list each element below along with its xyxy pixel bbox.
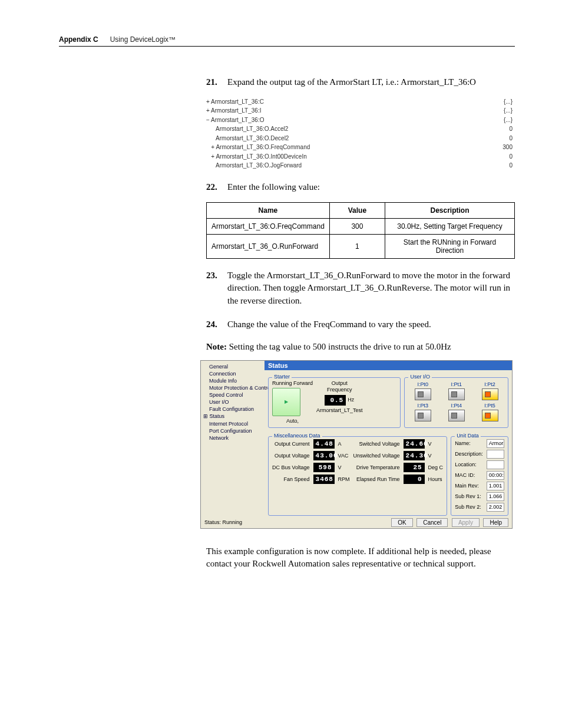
tree-row: + Armorstart_LT_36:C{...} [206,97,515,107]
step-22: 22. Enter the following value: [206,181,515,194]
io-pt: I:Pt3 [411,403,435,421]
step-number: 22. [206,181,227,194]
io-pt: I:Pt1 [444,381,468,400]
status-dialog: General Connection Module Info Motor Pro… [200,360,513,529]
running-label: Running Forward [272,380,313,386]
panel-title: Unit Data [455,433,481,439]
step-text: Expand the output tag of the ArmorStart … [227,76,515,89]
tree-row: Armorstart_LT_36:O.Decel20 [206,134,515,143]
tree-item[interactable]: Speed Control [201,391,265,398]
step-24: 24. Change the value of the FreqCommand … [206,318,515,331]
tag-tree: + Armorstart_LT_36:C{...} + Armorstart_L… [206,97,515,170]
io-icon [415,388,431,400]
panel-title: User I/O [408,374,432,380]
tree-item[interactable]: Fault Configuration [201,406,265,413]
unit-data-panel: Unit Data Name:ArmorStart 294E 1.0 Descr… [451,436,508,516]
ok-button[interactable]: OK [391,518,412,527]
io-icon [448,388,465,400]
note: Note: Setting the tag value to 500 instr… [206,342,515,352]
table-row: Armorstart_LT_36:O.FreqCommand 300 30.0H… [207,218,515,234]
status-title-bar: Status [265,361,512,370]
tree-item[interactable]: Module Info [201,377,265,384]
auto-label: Auto, [272,418,313,424]
io-icon [448,410,465,421]
tree-item[interactable]: Connection [201,370,265,377]
dialog-footer: Status: Running OK Cancel Apply Help [201,517,512,528]
help-button[interactable]: Help [483,518,508,527]
motor-icon: ▶ [272,388,300,416]
table-row: Armorstart_LT_36_O.RunForward 1 Start th… [207,234,515,258]
step-text: Enter the following value: [227,181,515,194]
misc-panel: Miscellaneous Data Output Current4.48A S… [268,436,447,516]
step-21: 21. Expand the output tag of the ArmorSt… [206,76,515,89]
dialog-tree[interactable]: General Connection Module Info Motor Pro… [201,361,265,517]
output-freq-label: Output Frequency [316,380,362,394]
io-pt: I:Pt2 [478,381,502,400]
io-pt: I:Pt0 [411,381,435,400]
th-name: Name [207,202,330,218]
panel-title: Miscellaneous Data [272,433,322,439]
tree-item-status-selected[interactable]: ⊞ Status [201,413,265,420]
tag-name: Armorstart_LT_Test [316,407,362,414]
page-header: Appendix C Using DeviceLogix™ [59,35,515,44]
header-rule [59,46,515,47]
step-number: 23. [206,269,227,308]
tree-item[interactable]: General [201,363,265,370]
tree-row: − Armorstart_LT_36:O{...} [206,116,515,125]
chapter-label: Using DeviceLogix™ [110,35,176,44]
tree-row: Armorstart_LT_36:O.Accel20 [206,124,515,134]
closing-paragraph: This example configuration is now comple… [206,545,515,571]
hz-display: 0.5 [325,395,346,406]
tree-item[interactable]: User I/O [201,398,265,406]
tree-row: + Armorstart_LT_36:O.Int00DeviceIn0 [206,152,515,162]
step-23: 23. Toggle the Armorstart_LT_36_O.RunFor… [206,269,515,308]
tree-item[interactable]: Motor Protection & Control [201,384,265,391]
io-icon [482,388,498,400]
value-table: Name Value Description Armorstart_LT_36:… [206,202,515,259]
page: Appendix C Using DeviceLogix™ 21. Expand… [0,0,562,728]
th-value: Value [329,202,385,218]
io-pt: I:Pt4 [444,403,468,421]
status-text: Status: Running [204,519,242,525]
io-icon [482,410,498,421]
apply-button[interactable]: Apply [452,518,480,527]
step-text: Toggle the Armorstart_LT_36_O.RunForward… [227,269,515,308]
tree-row: + Armorstart_LT_36:O.FreqCommand300 [206,143,515,152]
th-desc: Description [385,202,514,218]
starter-panel: Starter Running Forward ▶ Auto, Output F… [268,377,401,428]
hz-unit: Hz [348,397,354,404]
content-column: 21. Expand the output tag of the ArmorSt… [206,76,515,571]
io-icon [415,410,431,421]
tree-item[interactable]: Port Configuration [201,427,265,434]
step-text: Change the value of the FreqCommand to v… [227,318,515,331]
io-pt: I:Pt5 [478,403,502,421]
note-text: Setting the tag value to 500 instructs t… [227,342,451,351]
cancel-button[interactable]: Cancel [416,518,448,527]
appendix-label: Appendix C [59,35,98,44]
tree-row: + Armorstart_LT_36:I{...} [206,106,515,116]
tree-item[interactable]: Internet Protocol [201,420,265,427]
step-number: 21. [206,76,227,89]
tree-row: Armorstart_LT_36:O.JogForward0 [206,161,515,170]
tree-item[interactable]: Network [201,434,265,442]
note-bold: Note: [206,342,227,351]
userio-panel: User I/O I:Pt0 I:Pt1 I:Pt2 I:Pt3 I:Pt4 I… [404,377,508,428]
panel-title: Starter [272,374,292,380]
step-number: 24. [206,318,227,331]
